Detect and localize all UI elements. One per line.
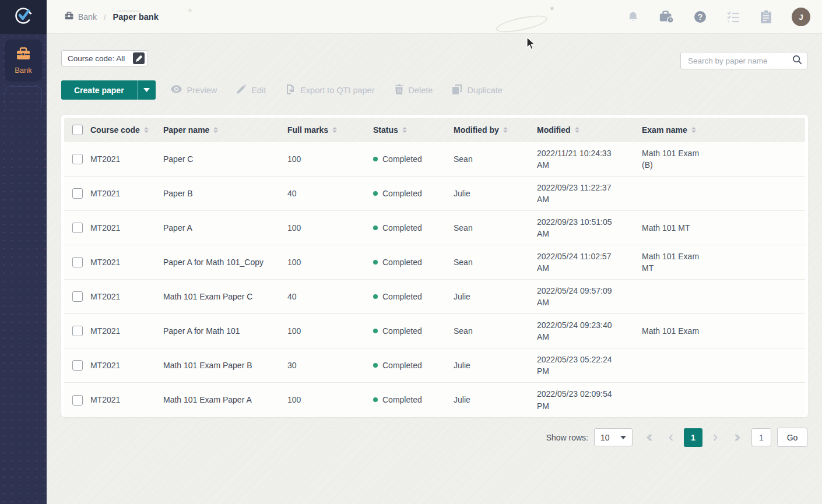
sort-icon[interactable] xyxy=(575,127,579,133)
topbar-icons: ? J xyxy=(627,0,810,34)
edit-button[interactable]: Edit xyxy=(237,84,266,96)
report-clipboard-icon[interactable] xyxy=(760,10,772,24)
table-row[interactable]: MT2021 Paper B 40 Completed Julie 2022/0… xyxy=(64,177,805,211)
exam-name-cell: Math 101 Exam MT xyxy=(642,251,713,274)
delete-label: Delete xyxy=(409,86,433,95)
status-cell: Completed xyxy=(373,222,454,234)
create-paper-button[interactable]: Create paper xyxy=(61,80,137,100)
column-header-modified[interactable]: Modified xyxy=(537,125,642,135)
table-row[interactable]: MT2021 Math 101 Exam Paper C 40 Complete… xyxy=(64,280,805,314)
column-header-modified-by[interactable]: Modified by xyxy=(454,125,537,135)
course-code-cell: MT2021 xyxy=(90,360,163,371)
modified-cell: 2022/05/23 05:22:24 PM xyxy=(537,354,624,378)
modified-by-cell: Sean xyxy=(454,325,537,337)
last-page-button[interactable] xyxy=(728,428,747,447)
breadcrumb-bank-label: Bank xyxy=(78,12,97,22)
search-input[interactable] xyxy=(688,57,792,65)
row-checkbox[interactable] xyxy=(72,360,83,371)
sort-icon[interactable] xyxy=(691,127,696,133)
briefcase-icon xyxy=(64,12,74,22)
column-header-full-marks[interactable]: Full marks xyxy=(287,125,373,135)
course-code-cell: MT2021 xyxy=(90,325,163,337)
status-badge: Completed xyxy=(382,291,422,302)
full-marks-cell: 100 xyxy=(287,256,373,268)
next-page-button[interactable] xyxy=(706,428,725,447)
current-page-button[interactable]: 1 xyxy=(684,428,702,447)
create-paper-dropdown-button[interactable] xyxy=(137,80,156,100)
modified-by-cell: Sean xyxy=(454,153,537,165)
exam-name-cell: Math 101 MT xyxy=(642,222,713,234)
row-checkbox[interactable] xyxy=(72,154,83,164)
notification-bell-icon[interactable] xyxy=(627,10,640,23)
modified-by-cell: Julie xyxy=(454,360,537,371)
select-all-checkbox[interactable] xyxy=(72,125,83,135)
user-avatar[interactable]: J xyxy=(792,8,810,26)
table-row[interactable]: MT2021 Math 101 Exam Paper A 100 Complet… xyxy=(64,383,805,417)
breadcrumb: Bank / Paper bank xyxy=(64,0,159,34)
table-row[interactable]: MT2021 Paper A for Math 101_Copy 100 Com… xyxy=(64,245,805,280)
sort-icon[interactable] xyxy=(503,127,508,133)
row-checkbox[interactable] xyxy=(72,291,83,302)
table-row[interactable]: MT2021 Math 101 Exam Paper B 30 Complete… xyxy=(64,348,805,383)
page-title: Paper bank xyxy=(113,12,159,22)
course-code-cell: MT2021 xyxy=(90,394,163,406)
briefcase-clock-icon[interactable] xyxy=(659,10,674,24)
paper-name-cell: Paper B xyxy=(163,188,287,199)
go-button[interactable]: Go xyxy=(777,428,807,447)
sort-icon[interactable] xyxy=(402,127,407,133)
table-row[interactable]: MT2021 Paper A for Math 101 100 Complete… xyxy=(64,314,805,348)
page-number-input[interactable] xyxy=(751,428,771,446)
edit-label: Edit xyxy=(251,86,266,95)
row-checkbox[interactable] xyxy=(72,257,83,267)
modified-by-cell: Julie xyxy=(454,394,537,406)
course-code-cell: MT2021 xyxy=(90,188,163,199)
paper-bank-screen: Bank ★ ✦ Bank / Paper bank xyxy=(0,0,822,504)
delete-button[interactable]: Delete xyxy=(395,84,433,96)
rows-per-page-select[interactable]: 10 xyxy=(594,428,633,446)
search-icon[interactable] xyxy=(792,55,802,67)
column-header-paper-name[interactable]: Paper name xyxy=(163,125,287,135)
status-cell: Completed xyxy=(373,256,454,268)
modified-by-cell: Julie xyxy=(454,188,537,199)
table-row[interactable]: MT2021 Paper A 100 Completed Sean 2022/0… xyxy=(64,211,805,245)
full-marks-cell: 40 xyxy=(287,291,373,302)
preview-button[interactable]: Preview xyxy=(171,85,217,95)
sidebar: Bank xyxy=(0,0,47,504)
help-icon[interactable]: ? xyxy=(693,10,707,24)
edit-filter-button[interactable] xyxy=(133,52,145,64)
export-qti-label: Export to QTI paper xyxy=(300,86,374,95)
course-code-cell: MT2021 xyxy=(90,291,163,302)
column-header-exam-name[interactable]: Exam name xyxy=(642,125,805,135)
previous-page-button[interactable] xyxy=(662,428,680,447)
status-badge: Completed xyxy=(382,394,422,406)
page-navigation: 1 xyxy=(640,428,747,447)
course-code-cell: MT2021 xyxy=(90,153,163,165)
briefcase-icon xyxy=(16,47,31,64)
sidebar-item-bank[interactable]: Bank xyxy=(5,40,42,82)
duplicate-button[interactable]: Duplicate xyxy=(452,84,502,96)
status-cell: Completed xyxy=(373,325,454,337)
row-checkbox[interactable] xyxy=(72,395,83,406)
task-checklist-icon[interactable] xyxy=(726,10,740,23)
sort-icon[interactable] xyxy=(144,127,149,133)
row-checkbox[interactable] xyxy=(72,223,83,233)
export-qti-button[interactable]: Export to QTI paper xyxy=(286,84,374,96)
status-cell: Completed xyxy=(373,153,454,165)
table-row[interactable]: MT2021 Paper C 100 Completed Sean 2022/1… xyxy=(64,142,805,177)
sort-icon[interactable] xyxy=(332,127,337,133)
exam-name-cell: Math 101 Exam (B) xyxy=(642,147,713,171)
row-checkbox[interactable] xyxy=(72,188,83,199)
course-code-filter[interactable]: Course code: All xyxy=(61,50,148,66)
first-page-button[interactable] xyxy=(640,428,658,447)
select-all-cell xyxy=(64,125,90,135)
column-header-course-code[interactable]: Course code xyxy=(90,125,163,135)
sort-icon[interactable] xyxy=(213,127,218,133)
duplicate-label: Duplicate xyxy=(467,86,502,95)
header-doodle-star: ★ xyxy=(549,5,555,12)
paper-name-cell: Paper C xyxy=(163,153,287,165)
app-logo[interactable] xyxy=(0,0,47,34)
status-badge: Completed xyxy=(382,256,422,268)
row-checkbox[interactable] xyxy=(72,326,83,336)
column-header-status[interactable]: Status xyxy=(373,125,454,135)
breadcrumb-bank[interactable]: Bank xyxy=(64,12,97,22)
